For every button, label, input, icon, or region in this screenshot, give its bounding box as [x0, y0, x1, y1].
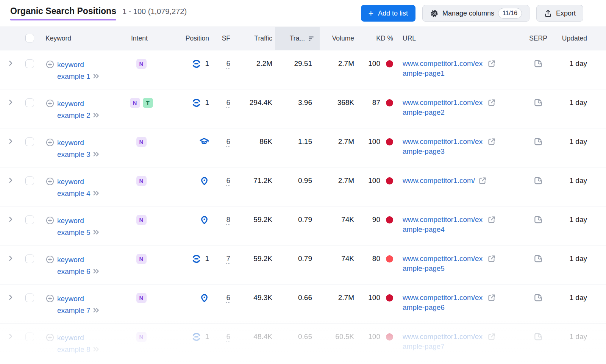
table-row: keyword example 3 N 6 86K 1.15 2.7M 100 [0, 128, 606, 167]
export-button[interactable]: Export [536, 5, 583, 22]
intent-badge-n[interactable]: N [136, 332, 147, 342]
external-link-icon[interactable] [487, 254, 496, 263]
keyword-link[interactable]: keyword example 2 [57, 98, 105, 121]
serp-features-count[interactable]: 8 [226, 216, 230, 225]
add-to-list-button[interactable]: + Add to list [361, 5, 415, 22]
column-header-sf[interactable]: SF [211, 27, 233, 50]
column-header-traffic[interactable]: Traffic [233, 27, 275, 50]
volume-value: 2.7M [320, 284, 357, 323]
external-link-icon[interactable] [487, 293, 496, 302]
serp-preview-icon[interactable] [533, 254, 543, 264]
keyword-link[interactable]: keyword example 7 [57, 293, 105, 316]
intent-badge-n[interactable]: N [136, 293, 147, 303]
intent-badge-n[interactable]: N [130, 98, 140, 108]
serp-features-count[interactable]: 7 [226, 255, 230, 264]
plus-icon: + [369, 9, 373, 18]
kd-value: 100 [368, 137, 380, 147]
intent-badge-n[interactable]: N [136, 59, 147, 69]
keyword-link[interactable]: keyword example 6 [57, 254, 105, 277]
row-checkbox[interactable] [25, 255, 34, 263]
add-keyword-icon[interactable] [45, 99, 55, 108]
gear-icon [430, 9, 439, 18]
intent-badges: N [125, 332, 158, 342]
url-link[interactable]: www.competitor1.com/example-page6 [403, 293, 484, 312]
column-header-updated[interactable]: Updated [552, 27, 606, 50]
serp-features-count[interactable]: 6 [226, 98, 230, 108]
manage-columns-button[interactable]: Manage columns 11/16 [422, 5, 529, 22]
add-keyword-icon[interactable] [45, 294, 55, 303]
url-link[interactable]: www.competitor1.com/example-page1 [403, 59, 484, 78]
add-keyword-icon[interactable] [45, 333, 55, 342]
expand-chevron-icon[interactable] [7, 216, 14, 223]
intent-badge-n[interactable]: N [136, 176, 147, 186]
updated-value: 1 day [552, 128, 606, 167]
serp-features-count[interactable]: 6 [226, 333, 230, 342]
column-header-keyword[interactable]: Keyword [38, 27, 125, 50]
expand-chevron-icon[interactable] [7, 294, 14, 301]
keyword-link[interactable]: keyword example 3 [57, 137, 105, 160]
select-all-checkbox[interactable] [25, 34, 34, 42]
serp-preview-icon[interactable] [533, 215, 543, 225]
add-keyword-icon[interactable] [45, 138, 55, 147]
external-link-icon[interactable] [487, 215, 496, 224]
row-checkbox[interactable] [25, 216, 34, 224]
intent-badge-n[interactable]: N [136, 137, 147, 147]
keyword-link[interactable]: keyword example 5 [57, 215, 105, 238]
add-keyword-icon[interactable] [45, 60, 55, 69]
external-link-icon[interactable] [487, 137, 496, 146]
external-link-icon[interactable] [487, 98, 496, 107]
expand-chevron-icon[interactable] [7, 255, 14, 262]
expand-chevron-icon[interactable] [7, 177, 14, 184]
volume-value: 2.7M [320, 50, 357, 89]
row-checkbox[interactable] [25, 137, 34, 146]
column-header-url[interactable]: URL [398, 27, 525, 50]
external-link-icon[interactable] [478, 176, 487, 185]
column-header-kd[interactable]: KD % [357, 27, 398, 50]
serp-features-count[interactable]: 6 [226, 177, 230, 186]
column-header-intent[interactable]: Intent [125, 27, 158, 50]
intent-badge-t[interactable]: T [143, 98, 153, 108]
external-link-icon[interactable] [487, 332, 496, 341]
serp-preview-icon[interactable] [533, 176, 543, 186]
url-link[interactable]: www.competitor1.com/example-page3 [403, 137, 484, 156]
intent-badge-n[interactable]: N [136, 215, 147, 225]
keyword-link[interactable]: keyword example 8 [57, 332, 105, 355]
url-link[interactable]: www.competitor1.com/example-page4 [403, 215, 484, 234]
serp-preview-icon[interactable] [533, 59, 543, 69]
keyword-link[interactable]: keyword example 1 [57, 59, 105, 82]
updated-value: 1 day [552, 206, 606, 245]
column-header-traffic-pct[interactable]: Tra... [275, 27, 320, 50]
external-link-icon[interactable] [487, 59, 496, 68]
local-pack-position-icon [200, 293, 209, 303]
serp-features-count[interactable]: 6 [226, 137, 230, 147]
add-keyword-icon[interactable] [45, 255, 55, 264]
serp-preview-icon[interactable] [533, 137, 543, 147]
row-checkbox[interactable] [25, 333, 34, 341]
column-header-volume[interactable]: Volume [320, 27, 357, 50]
expand-chevron-icon[interactable] [7, 59, 14, 67]
row-checkbox[interactable] [25, 294, 34, 302]
serp-features-count[interactable]: 6 [226, 59, 230, 69]
url-link[interactable]: www.competitor1.com/example-page7 [403, 332, 484, 352]
serp-preview-icon[interactable] [533, 332, 543, 342]
add-keyword-icon[interactable] [45, 216, 55, 225]
kd-value: 100 [368, 59, 380, 69]
expand-chevron-icon[interactable] [7, 137, 14, 145]
title-group: Organic Search Positions 1 - 100 (1,079,… [10, 6, 361, 20]
row-checkbox[interactable] [25, 177, 34, 185]
double-chevron-icon [92, 307, 100, 314]
url-link[interactable]: www.competitor1.com/example-page2 [403, 98, 484, 117]
row-checkbox[interactable] [25, 98, 34, 107]
serp-preview-icon[interactable] [533, 98, 543, 108]
keyword-link[interactable]: keyword example 4 [57, 176, 105, 199]
expand-chevron-icon[interactable] [7, 333, 14, 340]
row-checkbox[interactable] [25, 59, 34, 68]
url-link[interactable]: www.competitor1.com/ [403, 176, 475, 186]
add-keyword-icon[interactable] [45, 177, 55, 186]
expand-chevron-icon[interactable] [7, 98, 14, 106]
serp-preview-icon[interactable] [533, 293, 543, 303]
column-header-position[interactable]: Position [158, 27, 211, 50]
url-link[interactable]: www.competitor1.com/example-page5 [403, 254, 484, 273]
intent-badge-n[interactable]: N [136, 254, 147, 264]
serp-features-count[interactable]: 6 [226, 294, 230, 303]
